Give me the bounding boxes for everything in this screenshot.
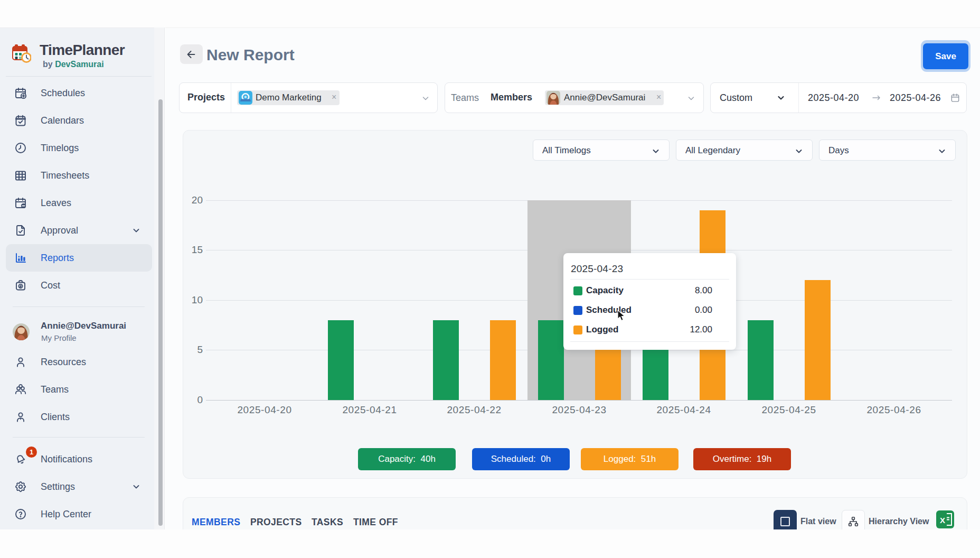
svg-text:X: X — [940, 516, 945, 525]
